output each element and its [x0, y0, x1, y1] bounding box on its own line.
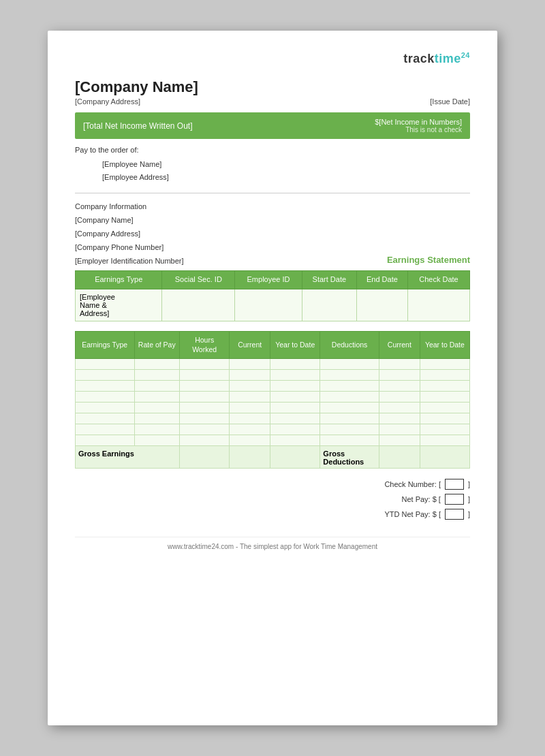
ytd-net-pay-line: YTD Net Pay: $ [ ] [75, 507, 470, 522]
col-end-date: End Date [356, 271, 407, 289]
dytd-7 [420, 424, 469, 435]
check-number-bracket [445, 479, 464, 490]
ded-2 [320, 370, 379, 381]
gross-ytd [270, 446, 320, 469]
ytd-1 [270, 359, 320, 370]
earnings-row-7 [76, 424, 470, 435]
rop-4 [134, 392, 180, 403]
net-income-right: $[Net Income in Numbers] This is not a c… [375, 118, 462, 133]
rop-2 [134, 370, 180, 381]
page-wrapper: tracktime24 [Company Name] [Company Addr… [0, 0, 545, 756]
col-employee-info: Earnings Type [76, 271, 162, 289]
logo-area: tracktime24 [75, 51, 470, 66]
gross-dytd [420, 446, 469, 469]
rop-6 [134, 413, 180, 424]
start-date-cell [302, 289, 356, 321]
info-table-data-row: [EmployeeName &Address] [76, 289, 470, 321]
cur-4 [230, 392, 270, 403]
hw-2 [180, 370, 230, 381]
ded-8 [320, 435, 379, 446]
dytd-2 [420, 370, 469, 381]
company-info-name: [Company Name] [75, 214, 470, 227]
ytd-3 [270, 381, 320, 392]
cur-8 [230, 435, 270, 446]
dytd-3 [420, 381, 469, 392]
et-4 [76, 392, 135, 403]
pay-to-label: Pay to the order of: [75, 146, 470, 154]
col-hours-worked: Hours Worked [180, 331, 230, 358]
check-number-line: Check Number: [ ] [75, 477, 470, 492]
ytd-net-pay-close: ] [468, 507, 470, 522]
cur-5 [230, 403, 270, 413]
hw-3 [180, 381, 230, 392]
cur-2 [230, 370, 270, 381]
hw-7 [180, 424, 230, 435]
et-1 [76, 359, 135, 370]
divider [75, 193, 470, 193]
net-pay-bracket [445, 494, 464, 505]
net-income-banner: [Total Net Income Written Out] $[Net Inc… [75, 112, 470, 139]
dcur-8 [379, 435, 420, 446]
earnings-row-2 [76, 370, 470, 381]
ytd-net-pay-label: YTD Net Pay: $ [ [384, 507, 441, 522]
employee-block: [Employee Name] [Employee Address] [75, 158, 470, 183]
end-date-cell [356, 289, 407, 321]
net-pay-close: ] [468, 492, 470, 507]
rop-3 [134, 381, 180, 392]
cur-7 [230, 424, 270, 435]
dcur-7 [379, 424, 420, 435]
col-check-date: Check Date [407, 271, 469, 289]
col-start-date: Start Date [302, 271, 356, 289]
ytd-2 [270, 370, 320, 381]
company-name: [Company Name] [75, 78, 470, 96]
col-earnings-type: Earnings Type [76, 331, 135, 358]
col-current: Current [230, 331, 270, 358]
net-income-amount: $[Net Income in Numbers] [375, 118, 462, 126]
check-date-cell [407, 289, 469, 321]
col-deductions: Deductions [320, 331, 379, 358]
et-7 [76, 424, 135, 435]
logo-time: time [435, 52, 461, 65]
info-table-header-row: Earnings Type Social Sec. ID Employee ID… [76, 271, 470, 289]
employee-name: [Employee Name] [102, 158, 470, 171]
rop-7 [134, 424, 180, 435]
et-3 [76, 381, 135, 392]
earnings-row-5 [76, 403, 470, 413]
social-sec-cell [162, 289, 235, 321]
dytd-5 [420, 403, 469, 413]
cur-6 [230, 413, 270, 424]
et-6 [76, 413, 135, 424]
gross-hw [180, 446, 230, 469]
earnings-statement-label: Earnings Statement [387, 252, 470, 268]
summary-section: Check Number: [ ] Net Pay: $ [ ] YTD Net… [75, 477, 470, 522]
net-pay-label: Net Pay: $ [ [401, 492, 440, 507]
gross-cur [230, 446, 270, 469]
earnings-row-3 [76, 381, 470, 392]
col-deductions-ytd: Year to Date [420, 331, 469, 358]
dcur-1 [379, 359, 420, 370]
et-8 [76, 435, 135, 446]
ded-1 [320, 359, 379, 370]
company-info-section: Company Information [Company Name] [Comp… [75, 200, 470, 268]
earnings-row-6 [76, 413, 470, 424]
earnings-table: Earnings Type Rate of Pay Hours Worked C… [75, 331, 470, 469]
employee-id-cell [235, 289, 302, 321]
dcur-5 [379, 403, 420, 413]
earnings-row-1 [76, 359, 470, 370]
col-year-to-date: Year to Date [270, 331, 320, 358]
rop-1 [134, 359, 180, 370]
hw-6 [180, 413, 230, 424]
net-income-written-out: [Total Net Income Written Out] [83, 121, 193, 131]
employee-name-address-cell: [EmployeeName &Address] [76, 289, 162, 321]
company-header-row: [Company Address] [Issue Date] [75, 97, 470, 106]
ytd-net-pay-bracket [445, 509, 464, 520]
dytd-4 [420, 392, 469, 403]
hw-1 [180, 359, 230, 370]
employee-address: [Employee Address] [102, 171, 470, 184]
col-deductions-current: Current [379, 331, 420, 358]
logo-track: track [403, 52, 435, 65]
logo: tracktime24 [403, 51, 470, 66]
issue-date: [Issue Date] [430, 97, 470, 106]
check-number-close: ] [468, 477, 470, 492]
gross-dcur [379, 446, 420, 469]
